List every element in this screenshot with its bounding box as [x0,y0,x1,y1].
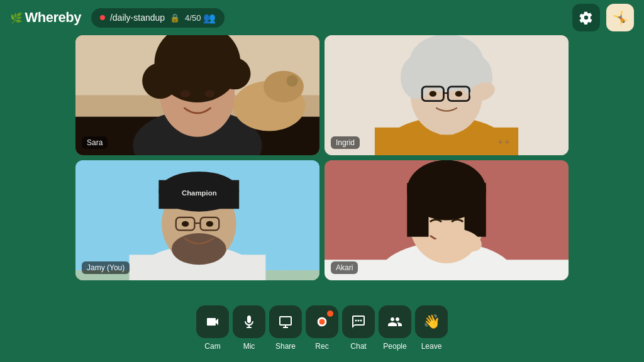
logo-leaf-icon: 🌿 [10,12,23,24]
svg-point-27 [430,91,436,97]
mic-button[interactable] [233,305,265,338]
svg-rect-52 [407,183,428,237]
toolbar-item-mic: Mic [233,305,265,351]
toolbar-item-rec: Rec [306,305,338,351]
video-tile-akari: Akari [325,160,569,280]
svg-point-57 [319,319,325,324]
toolbar: Cam Mic Share Rec [196,305,448,351]
svg-point-45 [206,221,213,227]
chat-icon [351,314,366,329]
video-tile-jamy: Champion Jamy (You) [75,160,319,280]
participant-label-sara: Sara [82,136,108,149]
wave-hand-icon: 👋 [423,314,440,330]
toolbar-item-people: People [379,305,411,351]
svg-point-15 [287,75,298,87]
label-text: Sara [87,138,103,147]
share-button[interactable] [269,305,302,338]
svg-point-22 [401,56,432,99]
lock-icon: 🔒 [170,13,180,23]
video-grid: Sara ✦✦ [75,35,569,280]
people-icon [387,314,402,329]
svg-text:Champion: Champion [182,189,217,197]
rec-active-dot [326,309,335,318]
live-indicator [100,15,105,20]
label-text: Akari [336,263,353,272]
svg-point-12 [204,90,214,97]
participant-label-jamy: Jamy (You) [82,261,130,274]
label-text: Ingrid [336,138,355,147]
people-button[interactable] [379,305,411,338]
svg-point-59 [358,320,360,322]
settings-button[interactable] [572,4,600,31]
rec-button[interactable] [306,305,338,338]
rec-label: Rec [315,342,328,351]
svg-point-60 [360,320,362,322]
toolbar-item-leave: 👋 Leave [415,305,448,351]
participant-label-ingrid: Ingrid [331,136,360,149]
svg-point-40 [172,233,226,265]
microphone-icon [242,314,257,329]
participant-count: 4/50 👥 [185,12,216,24]
header: 🌿 Whereby /daily-standup 🔒 4/50 👥 🤸 [0,0,644,35]
avatar-emoji: 🤸 [613,10,628,25]
chat-button[interactable] [342,305,375,338]
svg-text:✦✦: ✦✦ [497,138,511,147]
participant-label-akari: Akari [331,261,358,274]
svg-point-28 [455,91,462,97]
people-label: People [383,342,406,351]
svg-point-11 [180,90,191,97]
toolbar-item-cam: Cam [196,305,229,351]
cam-button[interactable] [196,305,229,338]
app-logo: 🌿 Whereby [10,9,81,26]
svg-rect-53 [465,183,486,237]
toolbar-item-share: Share [269,305,302,351]
share-label: Share [275,342,296,351]
mic-label: Mic [243,342,255,351]
camera-icon [205,314,220,329]
svg-point-58 [355,320,357,322]
logo-text: Whereby [25,9,81,26]
label-text: Jamy (You) [87,263,125,272]
leave-button[interactable]: 👋 [415,305,448,338]
room-name: /daily-standup [110,13,165,23]
svg-point-10 [204,39,233,68]
video-tile-ingrid: ✦✦ Ingrid [325,35,569,155]
user-avatar-button[interactable]: 🤸 [606,4,634,31]
cam-label: Cam [204,342,220,351]
chat-label: Chat [350,342,366,351]
header-right: 🤸 [572,4,634,31]
gear-icon [579,11,593,25]
svg-point-14 [264,71,304,102]
count-text: 4/50 [185,13,201,23]
svg-point-9 [163,45,189,71]
leave-label: Leave [421,342,442,351]
toolbar-item-chat: Chat [342,305,375,351]
svg-point-44 [182,221,189,227]
people-icon: 👥 [203,12,216,24]
room-info-pill[interactable]: /daily-standup 🔒 4/50 👥 [91,8,225,28]
video-tile-sara: Sara [75,35,319,155]
share-screen-icon [278,314,293,329]
